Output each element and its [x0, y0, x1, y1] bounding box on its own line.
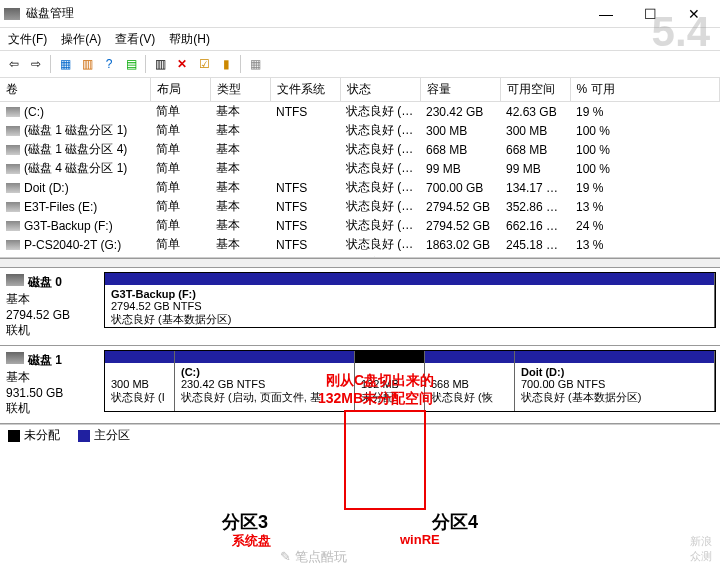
help-icon[interactable]: ?	[99, 54, 119, 74]
watermark-brand: 新浪众测	[690, 534, 712, 564]
table-row[interactable]: (磁盘 4 磁盘分区 1)简单基本状态良好 (…99 MB99 MB100 %	[0, 159, 720, 178]
col-layout[interactable]: 布局	[150, 78, 210, 102]
table-row[interactable]: G3T-Backup (F:)简单基本NTFS状态良好 (…2794.52 GB…	[0, 216, 720, 235]
col-capacity[interactable]: 容量	[420, 78, 500, 102]
volume-icon	[6, 221, 20, 231]
toolbar-icon[interactable]: ☑	[194, 54, 214, 74]
col-status[interactable]: 状态	[340, 78, 420, 102]
table-row[interactable]: (磁盘 1 磁盘分区 1)简单基本状态良好 (…300 MB300 MB100 …	[0, 121, 720, 140]
partition-g3t-backup[interactable]: G3T-Backup (F:) 2794.52 GB NTFS 状态良好 (基本…	[105, 273, 715, 327]
titlebar: 磁盘管理 — ☐ ✕	[0, 0, 720, 28]
toolbar-icon[interactable]: ▥	[150, 54, 170, 74]
watermark-version: 5.4	[652, 8, 710, 56]
volume-icon	[6, 107, 20, 117]
annotation-sys: 系统盘	[232, 532, 271, 550]
col-filesystem[interactable]: 文件系统	[270, 78, 340, 102]
volume-icon	[6, 164, 20, 174]
volume-icon	[6, 202, 20, 212]
volume-icon	[6, 145, 20, 155]
disk-1-label[interactable]: 磁盘 1 基本 931.50 GB 联机	[0, 346, 100, 423]
legend-unallocated: 未分配	[24, 428, 60, 442]
table-row[interactable]: (磁盘 1 磁盘分区 4)简单基本状态良好 (…668 MB668 MB100 …	[0, 140, 720, 159]
partition-c[interactable]: (C:) 230.42 GB NTFS 状态良好 (启动, 页面文件, 基	[175, 351, 355, 411]
table-row[interactable]: E3T-Files (E:)简单基本NTFS状态良好 (…2794.52 GB3…	[0, 197, 720, 216]
app-icon	[4, 8, 20, 20]
table-header-row: 卷 布局 类型 文件系统 状态 容量 可用空间 % 可用	[0, 78, 720, 102]
toolbar-icon[interactable]: ▤	[121, 54, 141, 74]
table-row[interactable]: (C:)简单基本NTFS状态良好 (…230.42 GB42.63 GB19 %	[0, 102, 720, 122]
toolbar-icon[interactable]: ▦	[55, 54, 75, 74]
disk-icon	[6, 274, 24, 286]
table-row[interactable]: P-CS2040-2T (G:)简单基本NTFS状态良好 (…1863.02 G…	[0, 235, 720, 254]
legend: 未分配 主分区	[0, 424, 720, 446]
window-title: 磁盘管理	[26, 5, 584, 22]
legend-primary: 主分区	[94, 428, 130, 442]
annotation-p3: 分区3	[222, 510, 268, 534]
volume-icon	[6, 183, 20, 193]
volume-icon	[6, 126, 20, 136]
partition-300mb[interactable]: 300 MB 状态良好 (I	[105, 351, 175, 411]
volume-table: 卷 布局 类型 文件系统 状态 容量 可用空间 % 可用 (C:)简单基本NTF…	[0, 78, 720, 258]
menu-help[interactable]: 帮助(H)	[169, 31, 210, 48]
toolbar-icon[interactable]: ▦	[245, 54, 265, 74]
volume-icon	[6, 240, 20, 250]
menu-action[interactable]: 操作(A)	[61, 31, 101, 48]
watermark-author: ✎ 笔点酷玩	[280, 548, 347, 566]
annotation-p4: 分区4	[432, 510, 478, 534]
annotation-winre: winRE	[400, 532, 440, 547]
partition-668mb[interactable]: 668 MB 状态良好 (恢	[425, 351, 515, 411]
menu-file[interactable]: 文件(F)	[8, 31, 47, 48]
disk-icon	[6, 352, 24, 364]
menu-view[interactable]: 查看(V)	[115, 31, 155, 48]
col-type[interactable]: 类型	[210, 78, 270, 102]
delete-icon[interactable]: ✕	[172, 54, 192, 74]
toolbar: ⇦ ⇨ ▦ ▥ ? ▤ ▥ ✕ ☑ ▮ ▦	[0, 50, 720, 78]
menubar: 文件(F) 操作(A) 查看(V) 帮助(H)	[0, 28, 720, 50]
partition-unallocated-132mb[interactable]: 132 MB 未分配	[355, 351, 425, 411]
back-icon[interactable]: ⇦	[4, 54, 24, 74]
col-percent[interactable]: % 可用	[570, 78, 720, 102]
col-volume[interactable]: 卷	[0, 78, 150, 102]
toolbar-icon[interactable]: ▮	[216, 54, 236, 74]
partition-doit-d[interactable]: Doit (D:) 700.00 GB NTFS 状态良好 (基本数据分区)	[515, 351, 715, 411]
minimize-button[interactable]: —	[584, 0, 628, 28]
splitter[interactable]	[0, 258, 720, 268]
forward-icon[interactable]: ⇨	[26, 54, 46, 74]
col-free[interactable]: 可用空间	[500, 78, 570, 102]
table-row[interactable]: Doit (D:)简单基本NTFS状态良好 (…700.00 GB134.17 …	[0, 178, 720, 197]
disk-0-panel: 磁盘 0 基本 2794.52 GB 联机 G3T-Backup (F:) 27…	[0, 268, 720, 346]
disk-0-label[interactable]: 磁盘 0 基本 2794.52 GB 联机	[0, 268, 100, 345]
disk-1-panel: 磁盘 1 基本 931.50 GB 联机 300 MB 状态良好 (I (C:)…	[0, 346, 720, 424]
toolbar-icon[interactable]: ▥	[77, 54, 97, 74]
